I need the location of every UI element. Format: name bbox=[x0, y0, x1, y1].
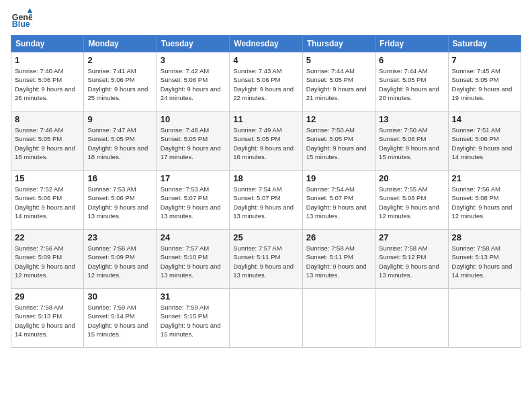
day-number: 31 bbox=[161, 291, 226, 302]
day-info: Sunrise: 7:59 AMSunset: 5:15 PMDaylight:… bbox=[161, 303, 226, 338]
day-info: Sunrise: 7:46 AMSunset: 5:05 PMDaylight:… bbox=[15, 126, 80, 161]
day-info: Sunrise: 7:48 AMSunset: 5:05 PMDaylight:… bbox=[161, 126, 226, 161]
calendar-cell: 26Sunrise: 7:58 AMSunset: 5:11 PMDayligh… bbox=[302, 230, 375, 289]
day-info: Sunrise: 7:40 AMSunset: 5:06 PMDaylight:… bbox=[15, 66, 80, 102]
day-number: 3 bbox=[161, 55, 226, 65]
day-info: Sunrise: 7:52 AMSunset: 5:06 PMDaylight:… bbox=[15, 185, 80, 220]
day-number: 24 bbox=[161, 232, 226, 242]
day-info: Sunrise: 7:59 AMSunset: 5:14 PMDaylight:… bbox=[87, 303, 152, 338]
day-info: Sunrise: 7:58 AMSunset: 5:11 PMDaylight:… bbox=[306, 244, 371, 279]
calendar-cell: 5Sunrise: 7:44 AMSunset: 5:05 PMDaylight… bbox=[302, 52, 375, 111]
day-number: 4 bbox=[233, 55, 298, 65]
day-info: Sunrise: 7:58 AMSunset: 5:13 PMDaylight:… bbox=[452, 244, 517, 279]
calendar-cell bbox=[230, 289, 302, 348]
calendar-cell: 7Sunrise: 7:45 AMSunset: 5:05 PMDaylight… bbox=[448, 52, 521, 111]
calendar-cell bbox=[375, 289, 448, 348]
day-number: 6 bbox=[379, 55, 444, 65]
day-number: 30 bbox=[87, 291, 152, 302]
calendar-cell: 6Sunrise: 7:44 AMSunset: 5:05 PMDaylight… bbox=[375, 52, 448, 111]
day-number: 9 bbox=[87, 114, 152, 124]
week-row-1: 1Sunrise: 7:40 AMSunset: 5:06 PMDaylight… bbox=[11, 52, 521, 111]
day-number: 18 bbox=[233, 173, 298, 183]
calendar-cell: 10Sunrise: 7:48 AMSunset: 5:05 PMDayligh… bbox=[157, 111, 229, 171]
day-info: Sunrise: 7:45 AMSunset: 5:05 PMDaylight:… bbox=[452, 66, 517, 102]
day-number: 26 bbox=[306, 232, 371, 242]
calendar-cell: 15Sunrise: 7:52 AMSunset: 5:06 PMDayligh… bbox=[11, 171, 84, 230]
weekday-header-friday: Friday bbox=[375, 36, 448, 52]
day-number: 22 bbox=[15, 232, 80, 242]
day-info: Sunrise: 7:53 AMSunset: 5:07 PMDaylight:… bbox=[161, 185, 226, 220]
day-number: 8 bbox=[15, 114, 80, 124]
calendar-cell: 2Sunrise: 7:41 AMSunset: 5:06 PMDaylight… bbox=[84, 52, 157, 111]
day-info: Sunrise: 7:44 AMSunset: 5:05 PMDaylight:… bbox=[379, 66, 444, 102]
day-number: 23 bbox=[87, 232, 152, 242]
day-info: Sunrise: 7:51 AMSunset: 5:06 PMDaylight:… bbox=[452, 126, 517, 161]
calendar-cell: 20Sunrise: 7:55 AMSunset: 5:08 PMDayligh… bbox=[375, 171, 448, 230]
week-row-2: 8Sunrise: 7:46 AMSunset: 5:05 PMDaylight… bbox=[11, 111, 521, 171]
calendar-cell bbox=[302, 289, 375, 348]
calendar-cell: 4Sunrise: 7:43 AMSunset: 5:06 PMDaylight… bbox=[230, 52, 302, 111]
calendar-cell: 21Sunrise: 7:56 AMSunset: 5:08 PMDayligh… bbox=[448, 171, 521, 230]
day-number: 20 bbox=[379, 173, 444, 183]
day-number: 13 bbox=[379, 114, 444, 124]
day-number: 14 bbox=[452, 114, 517, 124]
day-number: 27 bbox=[379, 232, 444, 242]
day-info: Sunrise: 7:56 AMSunset: 5:09 PMDaylight:… bbox=[87, 244, 152, 279]
calendar-cell: 12Sunrise: 7:50 AMSunset: 5:05 PMDayligh… bbox=[302, 111, 375, 171]
calendar-cell: 16Sunrise: 7:53 AMSunset: 5:06 PMDayligh… bbox=[84, 171, 157, 230]
svg-marker-2 bbox=[28, 8, 32, 13]
calendar-cell bbox=[448, 289, 521, 348]
day-info: Sunrise: 7:54 AMSunset: 5:07 PMDaylight:… bbox=[233, 185, 298, 220]
calendar-cell: 22Sunrise: 7:56 AMSunset: 5:09 PMDayligh… bbox=[11, 230, 84, 289]
calendar-cell: 30Sunrise: 7:59 AMSunset: 5:14 PMDayligh… bbox=[84, 289, 157, 348]
week-row-5: 29Sunrise: 7:58 AMSunset: 5:13 PMDayligh… bbox=[11, 289, 521, 348]
calendar-cell: 8Sunrise: 7:46 AMSunset: 5:05 PMDaylight… bbox=[11, 111, 84, 171]
calendar-container: General Blue SundayMondayTuesdayWednesda… bbox=[0, 0, 532, 411]
day-number: 19 bbox=[306, 173, 371, 183]
day-number: 16 bbox=[87, 173, 152, 183]
calendar-cell: 11Sunrise: 7:49 AMSunset: 5:05 PMDayligh… bbox=[230, 111, 302, 171]
svg-text:Blue: Blue bbox=[12, 19, 30, 29]
day-number: 12 bbox=[306, 114, 371, 124]
day-info: Sunrise: 7:43 AMSunset: 5:06 PMDaylight:… bbox=[233, 66, 298, 102]
day-number: 5 bbox=[306, 55, 371, 65]
day-info: Sunrise: 7:55 AMSunset: 5:08 PMDaylight:… bbox=[379, 185, 444, 220]
day-info: Sunrise: 7:49 AMSunset: 5:05 PMDaylight:… bbox=[233, 126, 298, 161]
weekday-header-monday: Monday bbox=[84, 36, 157, 52]
calendar-cell: 31Sunrise: 7:59 AMSunset: 5:15 PMDayligh… bbox=[157, 289, 229, 348]
calendar-cell: 24Sunrise: 7:57 AMSunset: 5:10 PMDayligh… bbox=[157, 230, 229, 289]
day-info: Sunrise: 7:41 AMSunset: 5:06 PMDaylight:… bbox=[87, 66, 152, 102]
day-number: 11 bbox=[233, 114, 298, 124]
calendar-cell: 25Sunrise: 7:57 AMSunset: 5:11 PMDayligh… bbox=[230, 230, 302, 289]
day-number: 21 bbox=[452, 173, 517, 183]
calendar-cell: 1Sunrise: 7:40 AMSunset: 5:06 PMDaylight… bbox=[11, 52, 84, 111]
calendar-cell: 23Sunrise: 7:56 AMSunset: 5:09 PMDayligh… bbox=[84, 230, 157, 289]
logo: General Blue bbox=[11, 8, 35, 30]
weekday-header-wednesday: Wednesday bbox=[230, 36, 302, 52]
calendar-table: SundayMondayTuesdayWednesdayThursdayFrid… bbox=[11, 35, 521, 348]
day-info: Sunrise: 7:58 AMSunset: 5:12 PMDaylight:… bbox=[379, 244, 444, 279]
header: General Blue bbox=[11, 8, 521, 30]
week-row-3: 15Sunrise: 7:52 AMSunset: 5:06 PMDayligh… bbox=[11, 171, 521, 230]
day-info: Sunrise: 7:50 AMSunset: 5:06 PMDaylight:… bbox=[379, 126, 444, 161]
day-info: Sunrise: 7:50 AMSunset: 5:05 PMDaylight:… bbox=[306, 126, 371, 161]
day-number: 7 bbox=[452, 55, 517, 65]
calendar-cell: 13Sunrise: 7:50 AMSunset: 5:06 PMDayligh… bbox=[375, 111, 448, 171]
day-info: Sunrise: 7:56 AMSunset: 5:09 PMDaylight:… bbox=[15, 244, 80, 279]
day-info: Sunrise: 7:42 AMSunset: 5:06 PMDaylight:… bbox=[161, 66, 226, 102]
day-info: Sunrise: 7:53 AMSunset: 5:06 PMDaylight:… bbox=[87, 185, 152, 220]
calendar-cell: 27Sunrise: 7:58 AMSunset: 5:12 PMDayligh… bbox=[375, 230, 448, 289]
day-number: 29 bbox=[15, 291, 80, 302]
day-info: Sunrise: 7:54 AMSunset: 5:07 PMDaylight:… bbox=[306, 185, 371, 220]
day-info: Sunrise: 7:57 AMSunset: 5:10 PMDaylight:… bbox=[161, 244, 226, 279]
day-number: 25 bbox=[233, 232, 298, 242]
weekday-header-saturday: Saturday bbox=[448, 36, 521, 52]
calendar-cell: 18Sunrise: 7:54 AMSunset: 5:07 PMDayligh… bbox=[230, 171, 302, 230]
day-info: Sunrise: 7:44 AMSunset: 5:05 PMDaylight:… bbox=[306, 66, 371, 102]
day-number: 2 bbox=[87, 55, 152, 65]
day-number: 17 bbox=[161, 173, 226, 183]
day-number: 10 bbox=[161, 114, 226, 124]
day-info: Sunrise: 7:56 AMSunset: 5:08 PMDaylight:… bbox=[452, 185, 517, 220]
logo-icon: General Blue bbox=[11, 8, 32, 30]
weekday-header-sunday: Sunday bbox=[11, 36, 84, 52]
